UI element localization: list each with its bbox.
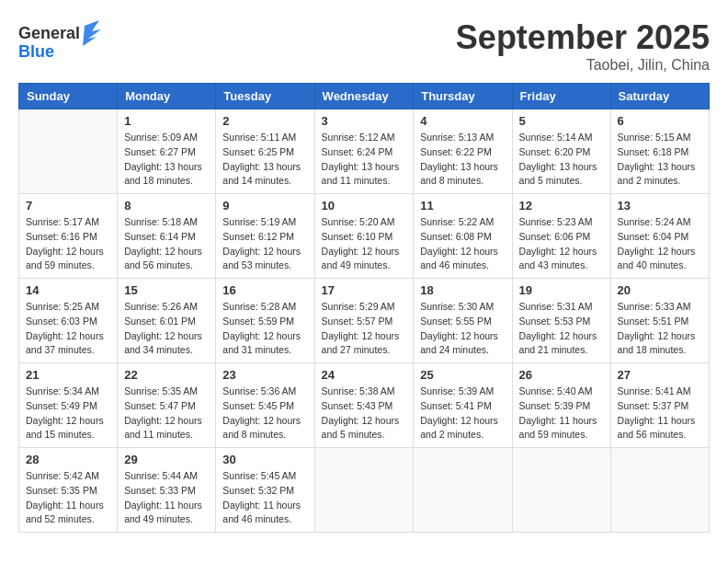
month-title: September 2025 [456, 18, 710, 57]
day-info: Sunrise: 5:36 AM Sunset: 5:45 PM Dayligh… [222, 385, 307, 442]
day-info: Sunrise: 5:29 AM Sunset: 5:57 PM Dayligh… [322, 300, 407, 358]
calendar-cell: 21Sunrise: 5:34 AM Sunset: 5:49 PM Dayli… [19, 363, 118, 448]
day-number: 16 [222, 283, 307, 297]
calendar-cell: 27Sunrise: 5:41 AM Sunset: 5:37 PM Dayli… [610, 363, 709, 448]
day-number: 14 [26, 283, 110, 297]
svg-text:Blue: Blue [18, 42, 54, 61]
calendar-cell: 22Sunrise: 5:35 AM Sunset: 5:47 PM Dayli… [118, 363, 216, 448]
day-number: 10 [322, 199, 407, 213]
day-number: 30 [222, 453, 307, 466]
calendar-cell: 16Sunrise: 5:28 AM Sunset: 5:59 PM Dayli… [216, 279, 314, 363]
day-number: 19 [519, 283, 604, 297]
day-info: Sunrise: 5:13 AM Sunset: 6:22 PM Dayligh… [420, 131, 505, 189]
day-number: 24 [322, 368, 407, 382]
day-info: Sunrise: 5:26 AM Sunset: 6:01 PM Dayligh… [124, 300, 209, 358]
day-number: 2 [222, 114, 307, 128]
day-number: 28 [26, 453, 110, 466]
calendar-cell: 17Sunrise: 5:29 AM Sunset: 5:57 PM Dayli… [314, 279, 414, 363]
calendar-cell: 19Sunrise: 5:31 AM Sunset: 5:53 PM Dayli… [512, 279, 610, 363]
day-info: Sunrise: 5:19 AM Sunset: 6:12 PM Dayligh… [222, 215, 307, 273]
day-info: Sunrise: 5:22 AM Sunset: 6:08 PM Dayligh… [420, 215, 505, 273]
calendar-cell: 3Sunrise: 5:12 AM Sunset: 6:24 PM Daylig… [314, 109, 414, 194]
calendar-cell: 10Sunrise: 5:20 AM Sunset: 6:10 PM Dayli… [314, 194, 414, 279]
weekday-header-tuesday: Tuesday [216, 84, 314, 109]
calendar-table: SundayMondayTuesdayWednesdayThursdayFrid… [18, 83, 710, 533]
day-info: Sunrise: 5:28 AM Sunset: 5:59 PM Dayligh… [222, 300, 307, 358]
day-info: Sunrise: 5:25 AM Sunset: 6:03 PM Dayligh… [26, 300, 110, 358]
week-row-3: 14Sunrise: 5:25 AM Sunset: 6:03 PM Dayli… [19, 279, 710, 363]
day-number: 17 [322, 283, 407, 297]
svg-marker-2 [83, 20, 101, 46]
calendar-cell: 1Sunrise: 5:09 AM Sunset: 6:27 PM Daylig… [118, 109, 216, 194]
day-info: Sunrise: 5:18 AM Sunset: 6:14 PM Dayligh… [124, 215, 209, 273]
calendar-cell: 5Sunrise: 5:14 AM Sunset: 6:20 PM Daylig… [512, 109, 610, 194]
day-info: Sunrise: 5:15 AM Sunset: 6:18 PM Dayligh… [618, 131, 702, 189]
day-number: 8 [124, 199, 209, 213]
day-info: Sunrise: 5:23 AM Sunset: 6:06 PM Dayligh… [519, 215, 604, 273]
day-info: Sunrise: 5:38 AM Sunset: 5:43 PM Dayligh… [322, 385, 407, 442]
calendar-cell: 9Sunrise: 5:19 AM Sunset: 6:12 PM Daylig… [216, 194, 314, 279]
calendar-cell: 23Sunrise: 5:36 AM Sunset: 5:45 PM Dayli… [216, 363, 314, 448]
day-info: Sunrise: 5:17 AM Sunset: 6:16 PM Dayligh… [26, 215, 110, 273]
calendar-cell [610, 448, 709, 533]
calendar-cell: 29Sunrise: 5:44 AM Sunset: 5:33 PM Dayli… [118, 448, 216, 533]
calendar-cell: 12Sunrise: 5:23 AM Sunset: 6:06 PM Dayli… [512, 194, 610, 279]
weekday-header-friday: Friday [512, 84, 610, 109]
day-number: 5 [519, 114, 604, 128]
calendar-cell: 6Sunrise: 5:15 AM Sunset: 6:18 PM Daylig… [610, 109, 709, 194]
week-row-4: 21Sunrise: 5:34 AM Sunset: 5:49 PM Dayli… [19, 363, 710, 448]
calendar-cell: 18Sunrise: 5:30 AM Sunset: 5:55 PM Dayli… [414, 279, 512, 363]
logo: General Blue [18, 18, 101, 64]
day-info: Sunrise: 5:30 AM Sunset: 5:55 PM Dayligh… [420, 300, 505, 358]
calendar-cell [414, 448, 512, 533]
weekday-header-row: SundayMondayTuesdayWednesdayThursdayFrid… [19, 84, 710, 109]
calendar-cell: 20Sunrise: 5:33 AM Sunset: 5:51 PM Dayli… [610, 279, 709, 363]
day-info: Sunrise: 5:20 AM Sunset: 6:10 PM Dayligh… [322, 215, 407, 273]
day-number: 9 [222, 199, 307, 213]
calendar-cell: 30Sunrise: 5:45 AM Sunset: 5:32 PM Dayli… [216, 448, 314, 533]
day-number: 4 [420, 114, 505, 128]
day-info: Sunrise: 5:14 AM Sunset: 6:20 PM Dayligh… [519, 131, 604, 189]
calendar-cell [19, 109, 118, 194]
location: Taobei, Jilin, China [456, 57, 710, 74]
day-number: 27 [618, 368, 702, 382]
weekday-header-saturday: Saturday [610, 84, 709, 109]
calendar-cell: 15Sunrise: 5:26 AM Sunset: 6:01 PM Dayli… [118, 279, 216, 363]
day-number: 11 [420, 199, 505, 213]
calendar-cell: 4Sunrise: 5:13 AM Sunset: 6:22 PM Daylig… [414, 109, 512, 194]
calendar-cell: 25Sunrise: 5:39 AM Sunset: 5:41 PM Dayli… [414, 363, 512, 448]
day-info: Sunrise: 5:11 AM Sunset: 6:25 PM Dayligh… [222, 131, 307, 189]
svg-text:General: General [18, 24, 80, 42]
logo-icon: General Blue [18, 18, 101, 64]
day-info: Sunrise: 5:31 AM Sunset: 5:53 PM Dayligh… [519, 300, 604, 358]
calendar-cell: 2Sunrise: 5:11 AM Sunset: 6:25 PM Daylig… [216, 109, 314, 194]
weekday-header-sunday: Sunday [19, 84, 118, 109]
calendar-cell [314, 448, 414, 533]
week-row-5: 28Sunrise: 5:42 AM Sunset: 5:35 PM Dayli… [19, 448, 710, 533]
day-number: 26 [519, 368, 604, 382]
day-number: 7 [26, 199, 110, 213]
day-info: Sunrise: 5:40 AM Sunset: 5:39 PM Dayligh… [519, 385, 604, 442]
day-info: Sunrise: 5:45 AM Sunset: 5:32 PM Dayligh… [222, 469, 307, 527]
day-info: Sunrise: 5:35 AM Sunset: 5:47 PM Dayligh… [124, 385, 209, 442]
week-row-2: 7Sunrise: 5:17 AM Sunset: 6:16 PM Daylig… [19, 194, 710, 279]
page-header: General Blue September 2025 Taobei, Jili… [18, 18, 710, 74]
calendar-cell [512, 448, 610, 533]
calendar-cell: 11Sunrise: 5:22 AM Sunset: 6:08 PM Dayli… [414, 194, 512, 279]
day-number: 29 [124, 453, 209, 466]
day-number: 1 [124, 114, 209, 128]
day-info: Sunrise: 5:39 AM Sunset: 5:41 PM Dayligh… [420, 385, 505, 442]
day-number: 15 [124, 283, 209, 297]
day-number: 13 [618, 199, 702, 213]
day-info: Sunrise: 5:42 AM Sunset: 5:35 PM Dayligh… [26, 469, 110, 527]
weekday-header-wednesday: Wednesday [314, 84, 414, 109]
day-info: Sunrise: 5:34 AM Sunset: 5:49 PM Dayligh… [26, 385, 110, 442]
title-block: September 2025 Taobei, Jilin, China [456, 18, 710, 74]
day-number: 18 [420, 283, 505, 297]
day-number: 22 [124, 368, 209, 382]
week-row-1: 1Sunrise: 5:09 AM Sunset: 6:27 PM Daylig… [19, 109, 710, 194]
calendar-cell: 26Sunrise: 5:40 AM Sunset: 5:39 PM Dayli… [512, 363, 610, 448]
day-info: Sunrise: 5:09 AM Sunset: 6:27 PM Dayligh… [124, 131, 209, 189]
day-info: Sunrise: 5:41 AM Sunset: 5:37 PM Dayligh… [618, 385, 702, 442]
day-info: Sunrise: 5:24 AM Sunset: 6:04 PM Dayligh… [618, 215, 702, 273]
